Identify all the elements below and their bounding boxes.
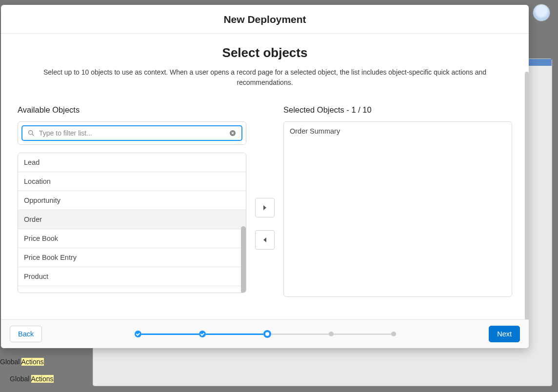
section-title: Select objects bbox=[18, 45, 512, 60]
list-item[interactable]: Order Summary bbox=[284, 122, 512, 140]
section-description: Select up to 10 objects to use as contex… bbox=[21, 67, 509, 88]
list-item[interactable]: Opportunity bbox=[18, 191, 246, 210]
progress-step-3[interactable] bbox=[263, 330, 271, 338]
progress-step-1[interactable] bbox=[135, 331, 141, 337]
selected-column: Selected Objects - 1 / 10 Order Summary bbox=[283, 105, 512, 297]
bg-highlight: Actions bbox=[31, 375, 54, 383]
bg-text: Global bbox=[0, 358, 21, 366]
move-left-button[interactable] bbox=[255, 230, 275, 250]
move-right-button[interactable] bbox=[255, 198, 275, 217]
modal-body: Select objects Select up to 10 objects t… bbox=[1, 34, 529, 319]
background-sidebar: Global Actions Global Actions bbox=[0, 346, 88, 385]
next-button[interactable]: Next bbox=[489, 326, 520, 342]
selected-listbox[interactable]: Order Summary bbox=[283, 121, 512, 297]
chevron-left-icon bbox=[262, 237, 267, 243]
progress-step-2[interactable] bbox=[199, 331, 206, 337]
modal-title: New Deployment bbox=[1, 5, 529, 34]
svg-point-0 bbox=[29, 131, 33, 135]
list-item[interactable]: Lead bbox=[18, 153, 246, 172]
progress-step-4[interactable] bbox=[329, 332, 334, 336]
bg-highlight: Actions bbox=[21, 358, 44, 366]
progress-line bbox=[334, 333, 391, 335]
progress-indicator bbox=[135, 330, 396, 338]
search-input[interactable] bbox=[39, 129, 225, 137]
transfer-controls bbox=[255, 105, 275, 250]
available-column: Available Objects Lead Location Opportun… bbox=[18, 105, 246, 293]
progress-line bbox=[141, 333, 199, 335]
new-deployment-modal: New Deployment Select objects Select up … bbox=[1, 5, 529, 348]
list-item[interactable]: Location bbox=[18, 172, 246, 191]
modal-footer: Back Next bbox=[1, 319, 529, 348]
available-label: Available Objects bbox=[18, 105, 246, 115]
list-item[interactable]: Order bbox=[18, 210, 246, 229]
back-button[interactable]: Back bbox=[10, 326, 42, 342]
chevron-right-icon bbox=[262, 205, 267, 211]
list-item[interactable]: Price Book bbox=[18, 229, 246, 248]
listbox-scrollbar[interactable] bbox=[241, 226, 246, 293]
list-item[interactable]: Product bbox=[18, 267, 246, 286]
bg-text: Global bbox=[10, 375, 31, 383]
available-listbox[interactable]: Lead Location Opportunity Order Price Bo… bbox=[18, 153, 246, 293]
list-item[interactable]: Price Book Entry bbox=[18, 248, 246, 267]
progress-step-5[interactable] bbox=[391, 332, 396, 336]
progress-line bbox=[206, 333, 263, 335]
selected-label: Selected Objects - 1 / 10 bbox=[283, 105, 512, 115]
svg-line-1 bbox=[32, 134, 34, 136]
search-container bbox=[18, 121, 246, 145]
avatar[interactable] bbox=[533, 4, 550, 21]
progress-line bbox=[271, 333, 329, 335]
clear-icon[interactable] bbox=[229, 129, 237, 137]
search-icon bbox=[27, 129, 35, 137]
modal-scrollbar[interactable] bbox=[525, 72, 529, 319]
dual-listbox: Available Objects Lead Location Opportun… bbox=[18, 105, 512, 297]
search-input-wrap[interactable] bbox=[22, 126, 242, 140]
